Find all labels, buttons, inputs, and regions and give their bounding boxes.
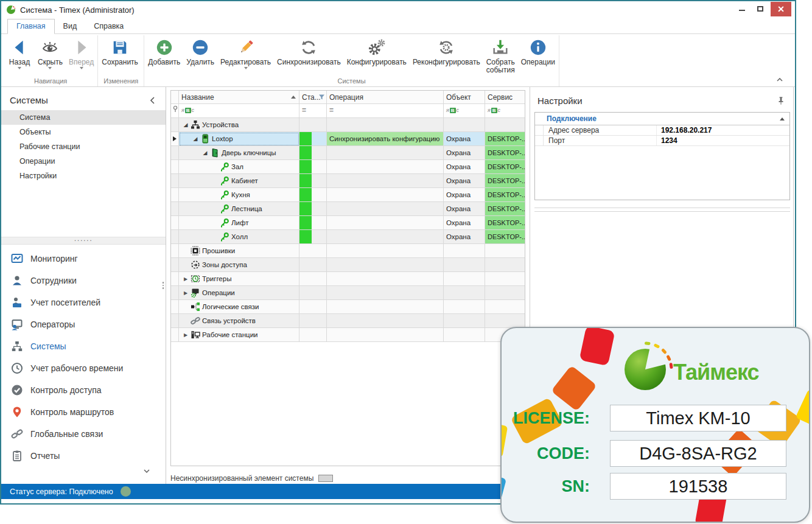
cell-operation[interactable] bbox=[327, 202, 444, 216]
nav-item[interactable]: Контроль доступа bbox=[1, 379, 166, 401]
cell-status[interactable] bbox=[299, 328, 327, 342]
Операции-button[interactable]: Операции bbox=[518, 35, 558, 66]
Вперед-button[interactable]: Вперед bbox=[66, 35, 97, 71]
property-group-header[interactable]: Подключение bbox=[535, 113, 789, 125]
expander-closed-icon[interactable]: ▶ bbox=[181, 290, 190, 296]
sidebar-overflow-icon[interactable] bbox=[144, 469, 150, 473]
sidebar-item[interactable]: Система bbox=[1, 110, 166, 125]
cell-name[interactable]: Холл bbox=[179, 230, 299, 244]
cell-operation[interactable] bbox=[327, 300, 444, 314]
cell-operation[interactable] bbox=[327, 258, 444, 272]
table-row[interactable]: ▶Триггеры bbox=[171, 272, 525, 286]
table-row[interactable]: ▶Рабочие станции bbox=[171, 328, 525, 342]
sidebar-item[interactable]: Рабочие станции bbox=[1, 139, 166, 154]
Конфигурировать-button[interactable]: Конфигурировать bbox=[344, 35, 410, 66]
cell-status[interactable] bbox=[299, 146, 327, 160]
property-row[interactable]: Порт1234 bbox=[535, 136, 789, 146]
cell-status[interactable] bbox=[299, 258, 327, 272]
cell-operation[interactable] bbox=[327, 174, 444, 188]
cell-status[interactable] bbox=[299, 286, 327, 300]
cell-service[interactable]: DESKTOP-... bbox=[485, 132, 525, 146]
cell-status[interactable] bbox=[299, 314, 327, 328]
table-row[interactable]: ◢LoxtopСинхронизировать конфигурациюОхра… bbox=[171, 132, 525, 146]
cell-service[interactable] bbox=[485, 286, 525, 300]
cell-name[interactable]: Связь устройств bbox=[179, 314, 299, 328]
nav-item[interactable]: Мониторинг bbox=[1, 248, 166, 270]
filter-operation-cell[interactable]: = bbox=[327, 104, 444, 118]
cell-status[interactable] bbox=[299, 202, 327, 216]
tab-0[interactable]: Главная bbox=[7, 19, 55, 34]
cell-operation[interactable] bbox=[327, 118, 444, 132]
minimize-button[interactable] bbox=[733, 1, 751, 16]
cell-operation[interactable] bbox=[327, 314, 444, 328]
cell-status[interactable] bbox=[299, 188, 327, 202]
table-row[interactable]: КабинетОхранаDESKTOP-... bbox=[171, 174, 525, 188]
expander-open-icon[interactable]: ◢ bbox=[181, 122, 190, 128]
cell-service[interactable]: DESKTOP-... bbox=[485, 188, 525, 202]
cell-object[interactable]: Охрана bbox=[444, 230, 485, 244]
cell-status[interactable] bbox=[299, 174, 327, 188]
cell-status[interactable] bbox=[299, 160, 327, 174]
ribbon-collapse-icon[interactable] bbox=[777, 78, 783, 82]
table-row[interactable]: ХоллОхранаDESKTOP-... bbox=[171, 230, 525, 244]
cell-operation[interactable] bbox=[327, 146, 444, 160]
filter-funnel-icon[interactable] bbox=[318, 94, 325, 100]
grid-column-service[interactable]: Сервис bbox=[485, 91, 525, 104]
cell-object[interactable]: Охрана bbox=[444, 174, 485, 188]
cell-service[interactable]: DESKTOP-... bbox=[485, 230, 525, 244]
cell-object[interactable] bbox=[444, 118, 485, 132]
grid-column-name[interactable]: Название bbox=[179, 91, 299, 104]
property-row[interactable]: Адрес сервера192.168.20.217 bbox=[535, 125, 789, 136]
cell-service[interactable] bbox=[485, 272, 525, 286]
tab-1[interactable]: Вид bbox=[55, 19, 86, 33]
cell-object[interactable] bbox=[444, 244, 485, 258]
close-button[interactable] bbox=[771, 2, 791, 16]
cell-status[interactable] bbox=[299, 272, 327, 286]
pin-icon[interactable] bbox=[777, 97, 785, 105]
cell-operation[interactable] bbox=[327, 216, 444, 230]
cell-object[interactable] bbox=[444, 258, 485, 272]
cell-object[interactable] bbox=[444, 300, 485, 314]
cell-status[interactable] bbox=[299, 132, 327, 146]
expander-closed-icon[interactable]: ▶ bbox=[181, 332, 190, 338]
grid-column-operation[interactable]: Операция bbox=[327, 91, 444, 104]
cell-service[interactable]: DESKTOP-... bbox=[485, 202, 525, 216]
Синхронизировать-button[interactable]: Синхронизировать bbox=[274, 35, 344, 66]
cell-object[interactable]: Охрана bbox=[444, 188, 485, 202]
sidebar-splitter[interactable]: ...... bbox=[1, 237, 166, 245]
tab-2[interactable]: Справка bbox=[85, 19, 132, 33]
cell-name[interactable]: Зал bbox=[179, 160, 299, 174]
cell-name[interactable]: ▶Рабочие станции bbox=[179, 328, 299, 342]
table-row[interactable]: ЗалОхранаDESKTOP-... bbox=[171, 160, 525, 174]
table-row[interactable]: ▶Операции bbox=[171, 286, 525, 300]
sidebar-resize-grip[interactable] bbox=[163, 282, 164, 289]
cell-name[interactable]: Прошивки bbox=[179, 244, 299, 258]
cell-service[interactable] bbox=[485, 258, 525, 272]
sidebar-item[interactable]: Настройки bbox=[1, 169, 166, 183]
cell-operation[interactable] bbox=[327, 160, 444, 174]
table-row[interactable]: ◢Дверь ключницыОхранаDESKTOP-... bbox=[171, 146, 525, 160]
cell-name[interactable]: Логические связи bbox=[179, 300, 299, 314]
nav-item[interactable]: Контроль маршрутов bbox=[1, 401, 166, 423]
nav-item[interactable]: Отчеты bbox=[1, 445, 166, 467]
cell-name[interactable]: ▶Операции bbox=[179, 286, 299, 300]
cell-name[interactable]: ◢Устройства bbox=[179, 118, 299, 132]
filter-object-cell[interactable]: яBc bbox=[444, 104, 485, 118]
cell-name[interactable]: Кабинет bbox=[179, 174, 299, 188]
cell-name[interactable]: Кухня bbox=[179, 188, 299, 202]
cell-status[interactable] bbox=[299, 118, 327, 132]
Редактировать-button[interactable]: Редактировать bbox=[217, 35, 274, 71]
table-row[interactable]: Зоны доступа bbox=[171, 258, 525, 272]
cell-operation[interactable] bbox=[327, 244, 444, 258]
cell-service[interactable]: DESKTOP-... bbox=[485, 160, 525, 174]
cell-object[interactable] bbox=[444, 286, 485, 300]
Собрать события-button[interactable]: Собратьсобытия bbox=[483, 35, 518, 74]
grid-column-object[interactable]: Объект bbox=[444, 91, 485, 104]
cell-operation[interactable] bbox=[327, 188, 444, 202]
nav-item[interactable]: Глобальные связи bbox=[1, 423, 166, 445]
cell-object[interactable]: Охрана bbox=[444, 146, 485, 160]
Реконфигурировать-button[interactable]: Реконфигурировать bbox=[410, 35, 483, 66]
expander-open-icon[interactable]: ◢ bbox=[201, 150, 209, 156]
cell-object[interactable]: Охрана bbox=[444, 160, 485, 174]
filter-pin-icon[interactable] bbox=[171, 104, 179, 118]
